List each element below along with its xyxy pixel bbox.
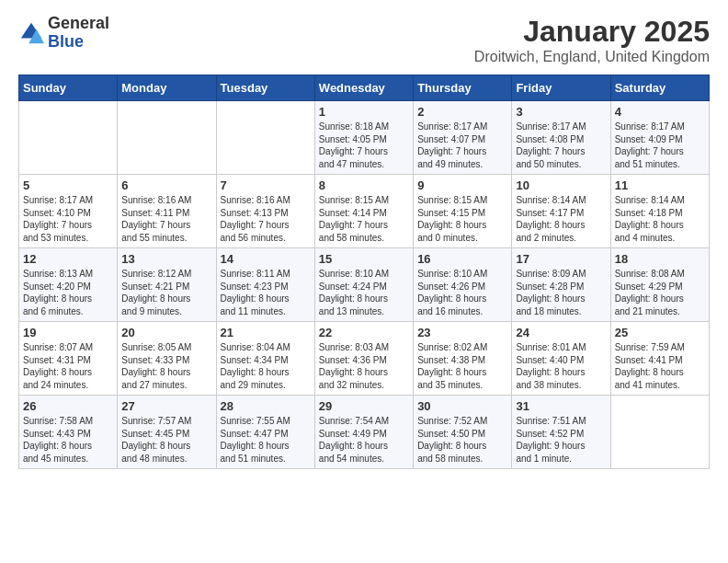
day-cell: 4Sunrise: 8:17 AM Sunset: 4:09 PM Daylig… bbox=[610, 101, 709, 175]
day-number: 28 bbox=[221, 399, 311, 413]
day-detail: Sunrise: 8:03 AM Sunset: 4:36 PM Dayligh… bbox=[319, 342, 389, 390]
day-detail: Sunrise: 8:02 AM Sunset: 4:38 PM Dayligh… bbox=[417, 342, 487, 390]
day-number: 27 bbox=[121, 399, 211, 413]
day-number: 9 bbox=[417, 178, 507, 192]
day-detail: Sunrise: 7:52 AM Sunset: 4:50 PM Dayligh… bbox=[417, 416, 487, 464]
day-number: 20 bbox=[121, 326, 211, 339]
day-detail: Sunrise: 7:51 AM Sunset: 4:52 PM Dayligh… bbox=[516, 416, 586, 464]
day-cell: 2Sunrise: 8:17 AM Sunset: 4:07 PM Daylig… bbox=[414, 101, 512, 175]
logo-blue: Blue bbox=[48, 33, 109, 52]
day-cell: 31Sunrise: 7:51 AM Sunset: 4:52 PM Dayli… bbox=[512, 396, 610, 469]
calendar-table: SundayMondayTuesdayWednesdayThursdayFrid… bbox=[18, 75, 710, 469]
header-row: SundayMondayTuesdayWednesdayThursdayFrid… bbox=[19, 75, 710, 101]
day-cell: 18Sunrise: 8:08 AM Sunset: 4:29 PM Dayli… bbox=[610, 248, 709, 322]
day-detail: Sunrise: 8:16 AM Sunset: 4:11 PM Dayligh… bbox=[121, 195, 191, 243]
calendar-page: General Blue January 2025 Droitwich, Eng… bbox=[0, 0, 728, 563]
day-cell: 9Sunrise: 8:15 AM Sunset: 4:15 PM Daylig… bbox=[414, 175, 512, 248]
day-cell: 3Sunrise: 8:17 AM Sunset: 4:08 PM Daylig… bbox=[512, 101, 610, 175]
day-detail: Sunrise: 8:10 AM Sunset: 4:24 PM Dayligh… bbox=[319, 269, 389, 316]
day-detail: Sunrise: 8:17 AM Sunset: 4:10 PM Dayligh… bbox=[23, 195, 93, 243]
day-cell: 1Sunrise: 8:18 AM Sunset: 4:05 PM Daylig… bbox=[314, 101, 413, 175]
day-number: 29 bbox=[319, 399, 409, 413]
day-number: 23 bbox=[417, 326, 507, 339]
day-detail: Sunrise: 8:07 AM Sunset: 4:31 PM Dayligh… bbox=[23, 342, 93, 390]
calendar-title: January 2025 bbox=[474, 15, 710, 49]
week-row-2: 5Sunrise: 8:17 AM Sunset: 4:10 PM Daylig… bbox=[19, 175, 710, 248]
day-detail: Sunrise: 8:14 AM Sunset: 4:18 PM Dayligh… bbox=[615, 195, 685, 243]
day-number: 4 bbox=[615, 105, 705, 119]
day-detail: Sunrise: 8:10 AM Sunset: 4:26 PM Dayligh… bbox=[417, 269, 487, 316]
header-cell-wednesday: Wednesday bbox=[314, 75, 413, 101]
day-detail: Sunrise: 7:55 AM Sunset: 4:47 PM Dayligh… bbox=[221, 416, 290, 464]
day-detail: Sunrise: 8:17 AM Sunset: 4:09 PM Dayligh… bbox=[615, 121, 685, 169]
header-cell-thursday: Thursday bbox=[414, 75, 512, 101]
day-number: 17 bbox=[516, 252, 606, 266]
day-number: 16 bbox=[417, 252, 507, 266]
day-number: 5 bbox=[23, 178, 113, 192]
day-number: 13 bbox=[121, 252, 211, 266]
day-cell: 16Sunrise: 8:10 AM Sunset: 4:26 PM Dayli… bbox=[414, 248, 512, 322]
logo-general: General bbox=[48, 15, 109, 33]
day-cell: 5Sunrise: 8:17 AM Sunset: 4:10 PM Daylig… bbox=[19, 175, 118, 248]
day-cell: 20Sunrise: 8:05 AM Sunset: 4:33 PM Dayli… bbox=[118, 322, 216, 396]
day-cell: 27Sunrise: 7:57 AM Sunset: 4:45 PM Dayli… bbox=[118, 396, 216, 469]
day-number: 10 bbox=[516, 178, 606, 192]
day-detail: Sunrise: 7:54 AM Sunset: 4:49 PM Dayligh… bbox=[319, 416, 389, 464]
day-number: 15 bbox=[319, 252, 409, 266]
day-detail: Sunrise: 7:58 AM Sunset: 4:43 PM Dayligh… bbox=[23, 416, 93, 464]
day-detail: Sunrise: 8:18 AM Sunset: 4:05 PM Dayligh… bbox=[319, 121, 389, 169]
day-cell: 13Sunrise: 8:12 AM Sunset: 4:21 PM Dayli… bbox=[118, 248, 216, 322]
day-number: 8 bbox=[319, 178, 409, 192]
day-detail: Sunrise: 8:09 AM Sunset: 4:28 PM Dayligh… bbox=[516, 269, 586, 316]
day-cell: 8Sunrise: 8:15 AM Sunset: 4:14 PM Daylig… bbox=[314, 175, 413, 248]
day-number: 19 bbox=[23, 326, 113, 339]
day-cell: 17Sunrise: 8:09 AM Sunset: 4:28 PM Dayli… bbox=[512, 248, 610, 322]
day-number: 18 bbox=[615, 252, 705, 266]
day-detail: Sunrise: 8:05 AM Sunset: 4:33 PM Dayligh… bbox=[121, 342, 191, 390]
day-cell: 11Sunrise: 8:14 AM Sunset: 4:18 PM Dayli… bbox=[610, 175, 709, 248]
day-number: 24 bbox=[516, 326, 606, 339]
day-detail: Sunrise: 8:12 AM Sunset: 4:21 PM Dayligh… bbox=[121, 269, 191, 316]
day-cell: 21Sunrise: 8:04 AM Sunset: 4:34 PM Dayli… bbox=[216, 322, 314, 396]
day-cell bbox=[118, 101, 216, 175]
day-number: 3 bbox=[516, 105, 606, 119]
header: General Blue January 2025 Droitwich, Eng… bbox=[18, 15, 710, 65]
day-cell: 29Sunrise: 7:54 AM Sunset: 4:49 PM Dayli… bbox=[314, 396, 413, 469]
day-number: 26 bbox=[23, 399, 113, 413]
calendar-body: 1Sunrise: 8:18 AM Sunset: 4:05 PM Daylig… bbox=[19, 101, 710, 469]
day-detail: Sunrise: 8:17 AM Sunset: 4:07 PM Dayligh… bbox=[417, 121, 487, 169]
day-detail: Sunrise: 8:04 AM Sunset: 4:34 PM Dayligh… bbox=[221, 342, 290, 390]
logo-icon bbox=[18, 20, 44, 46]
day-cell: 22Sunrise: 8:03 AM Sunset: 4:36 PM Dayli… bbox=[314, 322, 413, 396]
day-cell: 25Sunrise: 7:59 AM Sunset: 4:41 PM Dayli… bbox=[610, 322, 709, 396]
day-cell: 26Sunrise: 7:58 AM Sunset: 4:43 PM Dayli… bbox=[19, 396, 118, 469]
day-detail: Sunrise: 8:01 AM Sunset: 4:40 PM Dayligh… bbox=[516, 342, 586, 390]
day-cell: 24Sunrise: 8:01 AM Sunset: 4:40 PM Dayli… bbox=[512, 322, 610, 396]
week-row-5: 26Sunrise: 7:58 AM Sunset: 4:43 PM Dayli… bbox=[19, 396, 710, 469]
day-number: 30 bbox=[417, 399, 507, 413]
day-number: 11 bbox=[615, 178, 705, 192]
day-cell: 19Sunrise: 8:07 AM Sunset: 4:31 PM Dayli… bbox=[19, 322, 118, 396]
day-number: 12 bbox=[23, 252, 113, 266]
day-cell: 15Sunrise: 8:10 AM Sunset: 4:24 PM Dayli… bbox=[314, 248, 413, 322]
calendar-header: SundayMondayTuesdayWednesdayThursdayFrid… bbox=[19, 75, 710, 101]
day-cell: 6Sunrise: 8:16 AM Sunset: 4:11 PM Daylig… bbox=[118, 175, 216, 248]
day-number: 21 bbox=[221, 326, 311, 339]
day-cell: 30Sunrise: 7:52 AM Sunset: 4:50 PM Dayli… bbox=[414, 396, 512, 469]
calendar-subtitle: Droitwich, England, United Kingdom bbox=[474, 49, 710, 65]
day-number: 2 bbox=[417, 105, 507, 119]
logo: General Blue bbox=[18, 15, 109, 52]
day-cell: 23Sunrise: 8:02 AM Sunset: 4:38 PM Dayli… bbox=[414, 322, 512, 396]
day-detail: Sunrise: 8:15 AM Sunset: 4:15 PM Dayligh… bbox=[417, 195, 487, 243]
header-cell-monday: Monday bbox=[118, 75, 216, 101]
day-number: 14 bbox=[221, 252, 311, 266]
day-number: 7 bbox=[221, 178, 311, 192]
day-cell bbox=[610, 396, 709, 469]
day-cell: 10Sunrise: 8:14 AM Sunset: 4:17 PM Dayli… bbox=[512, 175, 610, 248]
week-row-4: 19Sunrise: 8:07 AM Sunset: 4:31 PM Dayli… bbox=[19, 322, 710, 396]
logo-text: General Blue bbox=[48, 15, 109, 52]
day-detail: Sunrise: 8:15 AM Sunset: 4:14 PM Dayligh… bbox=[319, 195, 389, 243]
week-row-3: 12Sunrise: 8:13 AM Sunset: 4:20 PM Dayli… bbox=[19, 248, 710, 322]
day-detail: Sunrise: 8:11 AM Sunset: 4:23 PM Dayligh… bbox=[221, 269, 290, 316]
day-number: 1 bbox=[319, 105, 409, 119]
